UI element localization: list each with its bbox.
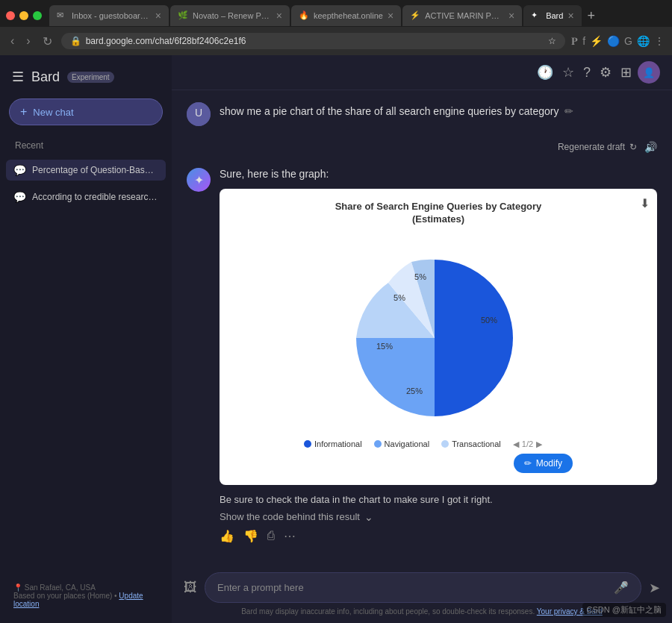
grid-icon[interactable]: ⊞ — [620, 64, 632, 81]
regenerate-button[interactable]: Regenerate draft ↻ — [558, 142, 637, 152]
user-message-content: show me a pie chart of the share of all … — [220, 102, 657, 117]
sidebar-item-credible[interactable]: 💬 According to credible research, ... — [6, 187, 166, 207]
bard-avatar: ✦ — [187, 168, 211, 192]
profile-avatar[interactable]: 👤 — [638, 61, 660, 84]
tab-close-icon[interactable]: × — [155, 10, 161, 22]
pie-segment-informational — [435, 260, 513, 338]
toolbar-icons: 𝐏 f ⚡ 🔵 G 🌐 ⋮ — [571, 35, 665, 48]
chat-icon-2: 💬 — [13, 191, 26, 203]
tab-keeptheheat[interactable]: 🔥 keeptheheat.online × — [291, 5, 401, 26]
modify-button[interactable]: ✏ Modify — [514, 454, 573, 473]
tab-bard[interactable]: ✦ Bard × — [523, 5, 581, 26]
microphone-icon[interactable]: 🎤 — [614, 580, 629, 595]
label-15: 15% — [376, 342, 393, 351]
thumbs-down-button[interactable]: 👎 — [243, 529, 258, 543]
sidebar-footer: 📍 San Rafael, CA, USA Based on your plac… — [6, 577, 166, 614]
ext1-icon[interactable]: f — [582, 35, 585, 47]
legend-dot-transactional — [441, 440, 449, 448]
address-bar: ‹ › ↻ 🔒 bard.google.com/chat/6f28bf2406c… — [0, 27, 672, 55]
experiment-badge: Experiment — [67, 72, 114, 83]
back-button[interactable]: ‹ — [7, 33, 17, 49]
pie-segment-informational-2 — [435, 338, 513, 416]
reload-button[interactable]: ↻ — [40, 33, 55, 50]
pinterest-icon[interactable]: 𝐏 — [571, 35, 578, 48]
chart-nav[interactable]: ◀ 1/2 ▶ — [513, 439, 542, 449]
location-icon-row: 📍 San Rafael, CA, USA — [13, 583, 158, 592]
send-button[interactable]: ➤ — [649, 580, 660, 596]
forward-button[interactable]: › — [23, 33, 33, 49]
show-code-row[interactable]: Show the code behind this result ⌄ — [220, 511, 657, 523]
more-options-button[interactable]: ⋯ — [284, 529, 296, 543]
label-25: 25% — [406, 386, 423, 395]
prompt-input-container[interactable]: Enter a prompt here 🎤 — [205, 572, 641, 603]
chart-legend: Informational Navigational Transactional — [304, 439, 542, 449]
sidebar-item-label-2: According to credible research, ... — [32, 192, 158, 202]
share-button[interactable]: ⎙ — [267, 529, 275, 542]
history-icon[interactable]: 🕐 — [537, 64, 553, 81]
modify-row: ✏ Modify — [304, 454, 573, 473]
user-message: U show me a pie chart of the share of al… — [187, 102, 657, 126]
close-button[interactable] — [6, 11, 15, 20]
minimize-button[interactable] — [19, 11, 28, 20]
tab-close-icon[interactable]: × — [567, 10, 573, 22]
regenerate-label: Regenerate draft — [558, 142, 625, 152]
disclaimer-text: Bard may display inaccurate info, includ… — [241, 607, 535, 616]
chart-footer: Informational Navigational Transactional — [304, 433, 573, 449]
legend-label-transactional: Transactional — [452, 439, 501, 448]
plus-icon: + — [20, 105, 27, 119]
download-chart-button[interactable]: ⬇ — [640, 196, 650, 210]
tab-novato[interactable]: 🌿 Novato – Renew Physical Th... × — [170, 5, 290, 26]
maximize-button[interactable] — [33, 11, 42, 20]
chat-icon: 💬 — [13, 164, 26, 176]
location-icon: 📍 — [13, 583, 22, 592]
app-container: ☰ Bard Experiment + New chat Recent 💬 Pe… — [0, 55, 672, 623]
sound-icon[interactable]: 🔊 — [644, 141, 657, 153]
url-bar[interactable]: 🔒 bard.google.com/chat/6f28bf2406c2e1f6 … — [61, 33, 566, 49]
heat-favicon: 🔥 — [299, 10, 309, 21]
bard-header: 🕐 ☆ ? ⚙ ⊞ 👤 — [172, 55, 672, 90]
legend-dot-informational — [304, 440, 311, 448]
legend-navigational: Navigational — [374, 439, 430, 448]
settings-icon[interactable]: ⋮ — [654, 35, 665, 47]
hamburger-icon[interactable]: ☰ — [12, 69, 24, 85]
bard-favicon: ✦ — [531, 10, 541, 21]
thumbs-up-button[interactable]: 👍 — [220, 529, 234, 543]
star-icon: ☆ — [548, 36, 556, 46]
sidebar-item-percentage[interactable]: 💬 Percentage of Question-Based... — [6, 160, 166, 181]
tab-gmail[interactable]: ✉ Inbox - guestoboard@gmai... × — [49, 5, 169, 26]
chart-title: Share of Search Engine Queries by Catego… — [231, 201, 645, 226]
tab-bar: ✉ Inbox - guestoboard@gmai... × 🌿 Novato… — [0, 0, 672, 27]
sidebar-header: ☰ Bard Experiment — [6, 64, 166, 90]
marin-favicon: ⚡ — [410, 10, 420, 21]
ext3-icon[interactable]: 🔵 — [607, 35, 620, 47]
chat-area: U show me a pie chart of the share of al… — [172, 90, 672, 563]
new-tab-button[interactable]: + — [583, 8, 600, 24]
regenerate-icon: ↻ — [629, 142, 637, 152]
star-header-icon[interactable]: ☆ — [562, 64, 574, 81]
ext2-icon[interactable]: ⚡ — [590, 35, 603, 47]
ext5-icon[interactable]: 🌐 — [637, 35, 650, 47]
location-text: San Rafael, CA, USA — [25, 583, 96, 592]
new-chat-button[interactable]: + New chat — [9, 98, 163, 125]
prev-chart-icon[interactable]: ◀ — [513, 439, 519, 449]
gear-icon[interactable]: ⚙ — [600, 64, 612, 81]
help-icon[interactable]: ? — [583, 65, 591, 81]
next-chart-icon[interactable]: ▶ — [536, 439, 542, 449]
user-query-text: show me a pie chart of the share of all … — [220, 105, 559, 117]
tab-close-icon[interactable]: × — [508, 10, 514, 22]
legend-dot-navigational — [374, 440, 382, 448]
tab-active-marin[interactable]: ⚡ ACTIVE MARIN PHYSICAL T... × — [402, 5, 522, 26]
legend-label-informational: Informational — [314, 439, 362, 448]
tab-close-icon[interactable]: × — [276, 10, 282, 22]
tab-close-icon[interactable]: × — [388, 10, 393, 22]
pie-chart-svg: 50% 25% 15% 5% 5% — [304, 234, 573, 428]
tab-label: Inbox - guestoboard@gmai... — [72, 11, 151, 20]
ext4-icon[interactable]: G — [624, 35, 632, 47]
chart-container: ⬇ Share of Search Engine Queries by Cate… — [220, 189, 657, 485]
image-upload-icon[interactable]: 🖼 — [184, 580, 197, 595]
modify-label: Modify — [536, 458, 562, 469]
edit-icon[interactable]: ✏ — [564, 105, 573, 117]
user-avatar: U — [187, 102, 211, 126]
bard-logo: Bard — [31, 69, 60, 85]
sidebar: ☰ Bard Experiment + New chat Recent 💬 Pe… — [0, 55, 172, 623]
